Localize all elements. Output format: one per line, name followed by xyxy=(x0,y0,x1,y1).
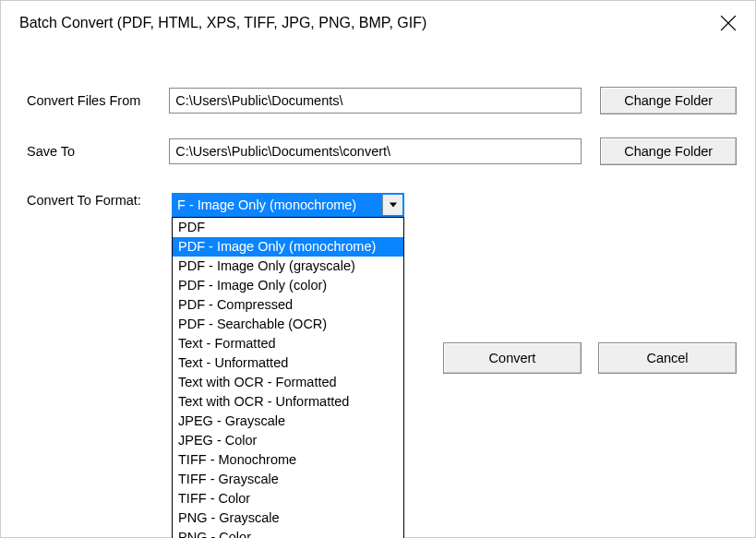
change-folder-save-button[interactable]: Change Folder xyxy=(600,137,737,165)
change-folder-from-button[interactable]: Change Folder xyxy=(600,87,737,114)
convert-from-label: Convert Files From xyxy=(19,93,169,108)
titlebar: Batch Convert (PDF, HTML, XPS, TIFF, JPG… xyxy=(1,1,755,45)
window-title: Batch Convert (PDF, HTML, XPS, TIFF, JPG… xyxy=(19,15,426,31)
format-selected-text: F - Image Only (monochrome) xyxy=(174,195,382,215)
convert-from-input[interactable] xyxy=(169,88,582,114)
format-combo-wrap: F - Image Only (monochrome) PDFPDF - Ima… xyxy=(172,193,404,217)
chevron-down-icon[interactable] xyxy=(382,195,402,215)
format-option[interactable]: TIFF - Monochrome xyxy=(173,450,403,470)
format-option[interactable]: JPEG - Color xyxy=(173,431,403,450)
convert-button[interactable]: Convert xyxy=(443,342,582,374)
format-option[interactable]: Text with OCR - Formatted xyxy=(173,373,403,392)
format-label: Convert To Format: xyxy=(19,193,172,208)
dialog-content: Convert Files From Change Folder Save To… xyxy=(1,45,755,217)
format-dropdown[interactable]: PDFPDF - Image Only (monochrome)PDF - Im… xyxy=(172,217,404,538)
convert-from-row: Convert Files From Change Folder xyxy=(19,87,737,114)
save-to-row: Save To Change Folder xyxy=(19,137,737,165)
svg-marker-2 xyxy=(390,203,397,208)
format-option[interactable]: Text with OCR - Unformatted xyxy=(173,392,403,412)
cancel-button[interactable]: Cancel xyxy=(598,342,737,374)
format-option[interactable]: Text - Formatted xyxy=(173,334,403,353)
format-combobox[interactable]: F - Image Only (monochrome) xyxy=(172,193,404,217)
format-option[interactable]: PDF - Image Only (monochrome) xyxy=(173,237,403,257)
save-to-label: Save To xyxy=(19,144,169,159)
format-option[interactable]: PDF xyxy=(173,218,403,237)
format-option[interactable]: TIFF - Color xyxy=(173,489,403,508)
format-option[interactable]: JPEG - Grayscale xyxy=(173,412,403,431)
format-row: Convert To Format: F - Image Only (monoc… xyxy=(19,193,737,217)
batch-convert-dialog: Batch Convert (PDF, HTML, XPS, TIFF, JPG… xyxy=(0,0,756,538)
format-option[interactable]: Text - Unformatted xyxy=(173,353,403,373)
format-option[interactable]: PDF - Searchable (OCR) xyxy=(173,315,403,334)
save-to-input[interactable] xyxy=(169,138,582,164)
format-option[interactable]: PNG - Color xyxy=(173,528,403,538)
format-option[interactable]: PDF - Compressed xyxy=(173,295,403,315)
format-option[interactable]: PNG - Grayscale xyxy=(173,508,403,528)
close-icon[interactable] xyxy=(720,15,737,31)
format-option[interactable]: PDF - Image Only (color) xyxy=(173,276,403,295)
format-option[interactable]: TIFF - Grayscale xyxy=(173,470,403,489)
format-option[interactable]: PDF - Image Only (grayscale) xyxy=(173,257,403,276)
bottom-button-bar: Convert Cancel xyxy=(443,342,737,374)
